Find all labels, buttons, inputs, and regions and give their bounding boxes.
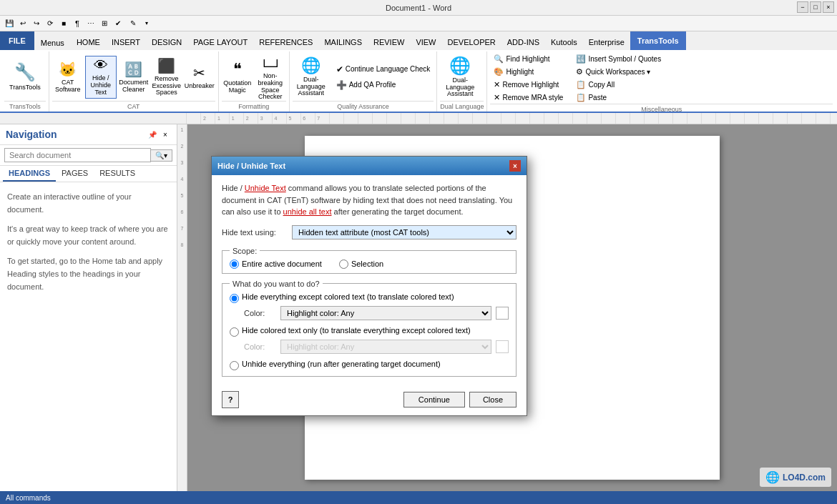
- language-check-button[interactable]: ✔ Continue Language Check: [333, 62, 434, 76]
- option2-radio[interactable]: [230, 327, 239, 337]
- dual-lang-ribbon-group: 🌐 Dual-LanguageAssistant Dual Language: [437, 51, 487, 112]
- cat-software-button[interactable]: 🐱 CATSoftware: [52, 56, 84, 99]
- color-label-2: Color:: [244, 342, 276, 351]
- tab-developer[interactable]: DEVELOPER: [442, 34, 501, 50]
- more-button[interactable]: ⋯: [84, 17, 97, 30]
- navigation-search-area: 🔍▾: [0, 145, 177, 166]
- dialog-close-btn[interactable]: Close: [469, 392, 517, 407]
- tab-home[interactable]: HOME: [71, 34, 106, 50]
- tab-page-layout[interactable]: PAGE LAYOUT: [187, 34, 253, 50]
- color-swatch-1[interactable]: [496, 307, 509, 320]
- option-unhide-everything[interactable]: Unhide everything (run after generating …: [230, 360, 509, 370]
- tab-insert[interactable]: INSERT: [106, 34, 146, 50]
- option-hide-colored-only[interactable]: Hide colored text only (to translate eve…: [230, 326, 509, 337]
- tab-add-ins[interactable]: ADD-INS: [501, 34, 545, 50]
- remove-spaces-button[interactable]: ⬛ RemoveExcessiveSpaces: [151, 56, 182, 99]
- tab-transtools[interactable]: TransTools: [630, 31, 686, 50]
- maximize-button[interactable]: □: [810, 1, 821, 13]
- nav-close-button[interactable]: ×: [160, 129, 171, 140]
- hide-unhide-dialog: Hide / Unhide Text × Hide / Unhide Text …: [211, 156, 527, 416]
- space-checker-button[interactable]: ⌴ Non-breakingSpace Checker: [255, 56, 286, 99]
- hide-text-select[interactable]: Hidden text attribute (most CAT tools): [292, 225, 517, 239]
- dual-language-asst-button[interactable]: 🌐 Dual-LanguageAssistant: [440, 56, 480, 99]
- misc-ribbon-group: 🔍 Find Highlight 🎨 Highlight ✕ Remove Hi…: [487, 51, 836, 112]
- vertical-ruler: 12345678: [177, 124, 187, 491]
- tab-file[interactable]: FILE: [0, 31, 34, 50]
- scope-entire-doc-radio[interactable]: [230, 260, 239, 269]
- transtools-button[interactable]: 🔧 TransTools: [4, 56, 46, 99]
- dialog-close-button[interactable]: ×: [509, 160, 521, 172]
- tab-enterprise[interactable]: Enterprise: [583, 34, 630, 50]
- color-swatch-2: [496, 340, 509, 353]
- doc-cleaner-icon: 🔠: [124, 61, 142, 78]
- nav-tab-headings[interactable]: HEADINGS: [3, 166, 56, 182]
- qa-ribbon-group: 🌐 Dual-LanguageAssistant ✔ Continue Lang…: [290, 51, 438, 112]
- paste-misc-icon: 📋: [576, 93, 586, 102]
- unbreaker-button[interactable]: ✂ Unbreaker: [184, 56, 215, 99]
- color-select-1[interactable]: Highlight color: Any: [280, 306, 491, 320]
- logo-button[interactable]: ✎: [125, 17, 141, 30]
- remove-mra-button[interactable]: ✕ Remove MRA style: [490, 92, 567, 104]
- dialog-help-button[interactable]: ?: [222, 391, 239, 408]
- navigation-pane: Navigation 📌 × 🔍▾ HEADINGS PAGES RESULTS…: [0, 124, 177, 491]
- status-text: All commands: [6, 494, 51, 502]
- formatting-group-label: Formatting: [222, 101, 286, 110]
- scope-legend: Scope:: [230, 247, 260, 255]
- find-highlight-button[interactable]: 🔍 Find Highlight: [490, 53, 567, 65]
- add-qa-button[interactable]: ➕ Add QA Profile: [333, 78, 434, 92]
- tab-menus[interactable]: Menus: [34, 34, 71, 50]
- quick-workspaces-button[interactable]: ⚙ Quick Workspaces ▾: [572, 66, 665, 78]
- space-checker-icon: ⌴: [263, 53, 278, 71]
- refresh-button[interactable]: ⟳: [44, 17, 57, 30]
- nav-tab-pages[interactable]: PAGES: [56, 166, 94, 182]
- remove-highlight-icon: ✕: [494, 80, 500, 89]
- dual-language-icon: 🌐: [301, 56, 320, 75]
- dropdown-button[interactable]: ▾: [142, 17, 152, 30]
- scope-entire-doc[interactable]: Entire active document: [230, 260, 322, 269]
- scope-selection-radio[interactable]: [339, 260, 348, 269]
- tab-view[interactable]: VIEW: [410, 34, 441, 50]
- remove-highlight-button[interactable]: ✕ Remove Highlight: [490, 79, 567, 91]
- doc-cleaner-button[interactable]: 🔠 DocumentCleaner: [118, 56, 150, 99]
- add-qa-icon: ➕: [336, 80, 347, 90]
- quotation-magic-button[interactable]: ❝ QuotationMagic: [222, 56, 253, 99]
- option1-radio[interactable]: [230, 294, 239, 303]
- dialog-continue-button[interactable]: Continue: [403, 392, 465, 407]
- quick-workspaces-icon: ⚙: [576, 67, 583, 76]
- grid-button[interactable]: ⊞: [98, 17, 111, 30]
- misc-group-label: Miscellaneous: [490, 104, 833, 113]
- option3-radio[interactable]: [230, 361, 239, 370]
- insert-symbol-button[interactable]: 🔣 Insert Symbol / Quotes: [572, 53, 665, 65]
- scope-selection[interactable]: Selection: [339, 260, 383, 269]
- hide-unhide-button[interactable]: 👁 Hide /Unhide Text: [85, 56, 117, 99]
- dual-language-button[interactable]: 🌐 Dual-LanguageAssistant: [293, 56, 330, 99]
- tab-design[interactable]: DESIGN: [146, 34, 187, 50]
- watermark-text: LO4D.com: [783, 473, 826, 483]
- pilcrow-button[interactable]: ¶: [71, 17, 84, 30]
- tab-mailings[interactable]: MAILINGS: [318, 34, 368, 50]
- save-button[interactable]: 💾: [3, 17, 16, 30]
- search-input[interactable]: [4, 148, 151, 162]
- check-button[interactable]: ✔: [112, 17, 124, 30]
- watermark-icon: 🌐: [765, 470, 780, 484]
- nav-pin-button[interactable]: 📌: [147, 129, 158, 140]
- option-hide-except-colored[interactable]: Hide everything except colored text (to …: [230, 292, 509, 303]
- tab-references[interactable]: REFERENCES: [253, 34, 318, 50]
- title-bar: Document1 - Word − □ ×: [0, 0, 837, 16]
- color-select-2[interactable]: Highlight color: Any: [280, 340, 491, 354]
- format-button[interactable]: ■: [57, 17, 70, 30]
- nav-tab-results[interactable]: RESULTS: [94, 166, 141, 182]
- paste-misc-button[interactable]: 📋 Paste: [572, 92, 665, 104]
- minimize-button[interactable]: −: [797, 1, 808, 13]
- highlight-button[interactable]: 🎨 Highlight: [490, 66, 567, 78]
- redo-button[interactable]: ↪: [30, 17, 43, 30]
- undo-button[interactable]: ↩: [16, 17, 29, 30]
- close-button[interactable]: ×: [823, 1, 834, 13]
- color-row-2: Color: Highlight color: Any: [244, 340, 509, 354]
- highlight-icon: 🎨: [494, 67, 504, 76]
- transtools-group-label: TransTools: [4, 101, 46, 110]
- tab-kutools[interactable]: Kutools: [545, 34, 583, 50]
- copy-all-button[interactable]: 📋 Copy All: [572, 79, 665, 91]
- tab-review[interactable]: REVIEW: [368, 34, 410, 50]
- search-button[interactable]: 🔍▾: [151, 149, 172, 162]
